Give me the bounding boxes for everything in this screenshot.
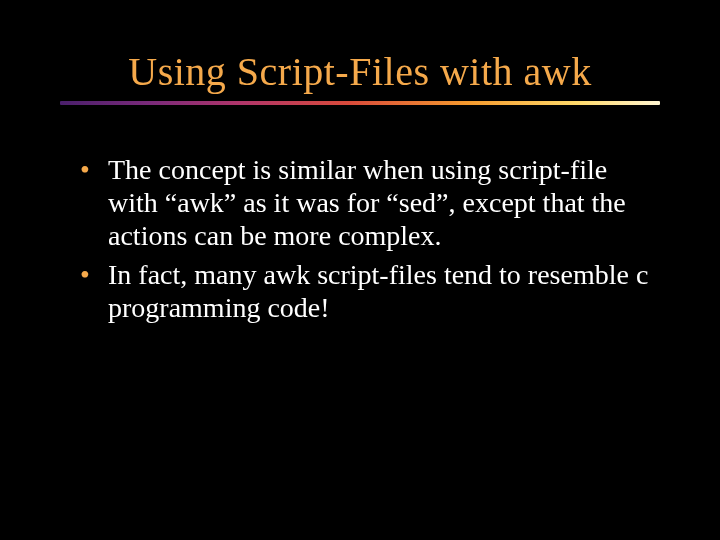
slide: Using Script-Files with awk The concept … [0,0,720,540]
title-underline [60,101,660,105]
bullet-item: The concept is similar when using script… [80,153,660,252]
bullet-list: The concept is similar when using script… [60,153,660,324]
slide-title: Using Script-Files with awk [60,48,660,95]
bullet-item: In fact, many awk script-files tend to r… [80,258,660,324]
